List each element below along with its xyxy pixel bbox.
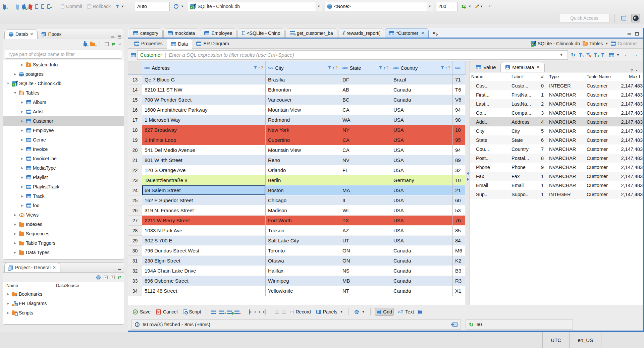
row-number-cell[interactable]: 23 xyxy=(128,175,142,185)
row-number-cell[interactable]: 20 xyxy=(128,145,142,155)
schema-select[interactable]: <None> ▼ xyxy=(325,2,433,11)
tree-item[interactable]: Data Types xyxy=(3,248,124,257)
row-number-cell[interactable]: 31 xyxy=(128,256,142,266)
collapse-all-icon[interactable]: − xyxy=(104,276,108,279)
sort-icon[interactable]: ↕ xyxy=(258,66,260,70)
cell-postal-clipped[interactable]: 94 xyxy=(453,145,465,155)
close-icon[interactable]: ✕ xyxy=(30,32,33,37)
filter-edit-icon[interactable] xyxy=(601,53,605,57)
first-row-icon[interactable]: |‹ xyxy=(249,308,251,315)
cell-postal-clipped[interactable]: 94 xyxy=(453,105,465,115)
table-row[interactable]: 32 194A Chain Lake Drive Halifax NS Cana… xyxy=(128,266,466,276)
cell-country[interactable]: Canada xyxy=(391,266,453,276)
cell-address[interactable]: 796 Dundas Street West xyxy=(142,246,266,256)
disconnect-icon[interactable] xyxy=(29,5,32,9)
record-button[interactable]: Record xyxy=(289,308,312,315)
expander-icon[interactable] xyxy=(20,204,24,207)
cell-country[interactable]: USA xyxy=(391,155,453,165)
settings-button[interactable]: ▼ xyxy=(353,309,366,315)
project-tree-item[interactable]: Bookmarks xyxy=(3,289,124,299)
cell-postal-clipped[interactable]: 71 xyxy=(453,75,465,85)
cell-address[interactable]: 8210 111 ST NW xyxy=(142,85,266,95)
cell-city[interactable]: Redmond xyxy=(266,115,340,125)
cell-state[interactable]: ON xyxy=(340,256,391,266)
cell-city[interactable]: Mountain View xyxy=(266,105,340,115)
filter-save-icon[interactable]: + xyxy=(593,53,597,57)
table-row[interactable]: 28 1033 N Park Ave Tucson AZ USA 85 xyxy=(128,226,466,236)
cell-postal-clipped[interactable]: 95 xyxy=(453,135,465,145)
table-row[interactable]: 23 Tauentzienstraße 8 Berlin Germany 10 xyxy=(128,175,466,185)
connection-select[interactable]: SQLite - Chinook.db ▼ xyxy=(188,2,322,11)
table-row[interactable]: 29 302 S 700 E Salt Lake City UT USA 84 xyxy=(128,236,466,246)
column-hint-icon[interactable]: ? xyxy=(335,65,338,70)
tree-item[interactable]: Playlist xyxy=(3,173,124,182)
cell-postal-clipped[interactable]: 89 xyxy=(453,155,465,165)
cell-postal-clipped[interactable]: 85 xyxy=(453,226,465,236)
cell-address[interactable]: 1 Infinite Loop xyxy=(142,135,266,145)
cell-country[interactable]: Canada xyxy=(391,286,453,296)
cell-city[interactable]: Halifax xyxy=(266,266,340,276)
column-type[interactable]: Type xyxy=(548,74,585,79)
cell-city[interactable]: Edmonton xyxy=(266,85,340,95)
cell-postal-clipped[interactable]: 76 xyxy=(453,216,465,226)
tab-overflow-indicator[interactable]: »5 xyxy=(429,30,441,38)
cell-country[interactable]: Canada xyxy=(391,95,453,105)
cell-country[interactable]: Canada xyxy=(391,246,453,256)
column-filter-icon[interactable] xyxy=(379,66,382,69)
table-position-icon[interactable] xyxy=(452,323,458,327)
table-row[interactable]: 18 627 Broadway New York NY USA 10 xyxy=(128,125,466,135)
collapse-all-icon[interactable]: − xyxy=(105,42,109,46)
column-datasource[interactable]: DataSource xyxy=(54,283,79,288)
tree-item[interactable]: System Info xyxy=(3,60,124,69)
rollback-button[interactable]: Rollback xyxy=(86,3,112,10)
undo-button[interactable]: ↶ xyxy=(487,3,493,10)
row-number-cell[interactable]: 14 xyxy=(128,85,142,95)
column-hint-icon[interactable]: ? xyxy=(386,65,389,70)
table-row[interactable]: 25 162 E Superior Street Chicago IL USA … xyxy=(128,195,466,206)
sort-icon[interactable]: ↕ xyxy=(332,66,334,70)
cell-address[interactable]: 194A Chain Lake Drive xyxy=(142,266,266,276)
expander-icon[interactable] xyxy=(13,232,17,235)
nav-forward-icon[interactable]: → xyxy=(633,52,638,58)
expander-icon[interactable] xyxy=(20,129,24,132)
goto-row-icon[interactable] xyxy=(275,310,279,314)
quick-access-input[interactable]: Quick Access xyxy=(559,14,609,23)
row-number-cell[interactable]: 34 xyxy=(128,286,142,296)
column-filter-icon[interactable] xyxy=(254,66,257,69)
cell-state[interactable]: AB xyxy=(340,85,391,95)
cell-address[interactable]: Qe 7 Bloco G xyxy=(142,75,266,85)
duplicate-row-icon[interactable]: ⊕ xyxy=(227,310,232,314)
expander-icon[interactable] xyxy=(13,72,17,76)
previous-row-icon[interactable]: ‹ xyxy=(254,308,256,315)
new-folder-icon[interactable]: + xyxy=(90,43,95,46)
expander-icon[interactable] xyxy=(13,223,17,226)
cell-state[interactable]: CA xyxy=(340,145,391,155)
maximize-icon[interactable] xyxy=(118,269,121,272)
cell-city[interactable]: Chicago xyxy=(266,195,340,206)
tab-database-navigator[interactable]: Datab ✕ xyxy=(4,30,38,39)
cell-country[interactable]: USA xyxy=(391,216,453,226)
cell-address[interactable]: 700 W Pender Street xyxy=(142,95,266,105)
cell-state[interactable]: AZ xyxy=(340,226,391,236)
minimize-icon[interactable] xyxy=(636,70,640,71)
cell-state[interactable]: BC xyxy=(340,95,391,105)
cell-city[interactable]: Madison xyxy=(266,206,340,216)
project-tree-item[interactable]: Scripts xyxy=(3,308,124,317)
cell-state[interactable]: WI xyxy=(340,206,391,216)
cell-address[interactable]: 302 S 700 E xyxy=(142,236,266,246)
metadata-row[interactable]: Post... Postal... 8 NVARCHAR Customer 2,… xyxy=(470,154,643,163)
fetch-size-input[interactable]: 200 xyxy=(436,2,458,11)
filter-history-dropdown-icon[interactable]: ▼ xyxy=(558,53,565,57)
link-with-editor-icon[interactable]: ⇄ xyxy=(112,42,115,46)
cell-state[interactable] xyxy=(340,175,391,185)
table-row[interactable]: 34 5112 48 Street Yellowknife NT Canada … xyxy=(128,286,466,296)
format-button[interactable]: ▼ xyxy=(475,3,484,9)
cell-country[interactable]: USA xyxy=(391,185,453,195)
cell-state[interactable]: NS xyxy=(340,266,391,276)
tree-item[interactable]: SQLite - Chinook.db xyxy=(3,79,124,88)
column-label[interactable]: Label xyxy=(510,74,540,79)
row-number-cell[interactable]: 33 xyxy=(128,276,142,286)
editor-tab[interactable]: <SQLite - Chino ✕ xyxy=(237,28,285,38)
expander-icon[interactable] xyxy=(20,185,24,188)
panels-button[interactable]: Panels ▼ xyxy=(315,308,344,315)
